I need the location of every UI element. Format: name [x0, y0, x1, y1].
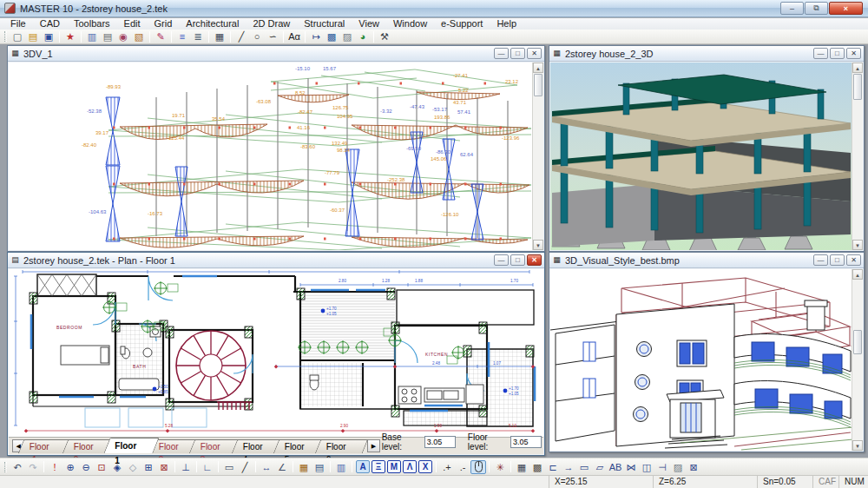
menu-edit[interactable]: Edit	[117, 18, 148, 30]
layer-a-button[interactable]: A	[356, 460, 370, 473]
app-titlebar[interactable]: MASTER 10 - 2storey house_2.tek – ⧉ ×	[0, 0, 868, 17]
undo-icon[interactable]: ↶	[10, 460, 25, 474]
match-icon[interactable]: ◫	[639, 460, 654, 474]
circle-icon[interactable]: ○	[249, 30, 265, 43]
cad-stamp-icon[interactable]: ★	[62, 30, 78, 43]
child-maximize-button[interactable]: □	[830, 254, 845, 266]
tab-floor-1[interactable]: Floor 1	[103, 438, 160, 453]
frame-x-icon[interactable]: ⊠	[686, 460, 701, 474]
open-icon[interactable]: ▤	[25, 30, 41, 43]
close-button[interactable]: ×	[829, 2, 863, 15]
scroll-thumb[interactable]	[853, 74, 862, 100]
window-3d-render-titlebar[interactable]: ▦ 2storey house_2_3D — □ ✕	[549, 46, 864, 62]
menu-2d-draw[interactable]: 2D Draw	[246, 18, 297, 30]
text-ab-icon[interactable]: AB	[608, 460, 623, 474]
line-tool-icon[interactable]: ╱	[237, 460, 253, 474]
child-maximize-button[interactable]: □	[830, 48, 845, 59]
zoom-out-icon[interactable]: ⊖	[78, 460, 94, 474]
child-maximize-button[interactable]: □	[510, 48, 525, 59]
node-move-icon[interactable]: ⊏	[545, 460, 561, 474]
child-minimize-button[interactable]: —	[813, 48, 828, 59]
window-plan[interactable]: ▤ 2storey house_2.tek - Plan - Floor 1 —…	[7, 252, 545, 456]
hatch-icon[interactable]: ▨	[339, 30, 355, 43]
window-3dv1-titlebar[interactable]: ▦ 3DV_1 — □ ✕	[8, 46, 544, 62]
base-level-input[interactable]	[424, 436, 456, 448]
dimension-icon[interactable]: ↦	[308, 30, 324, 43]
window-plan-titlebar[interactable]: ▤ 2storey house_2.tek - Plan - Floor 1 —…	[8, 253, 544, 268]
menu-toolbars[interactable]: Toolbars	[67, 18, 117, 30]
snap-perp-icon[interactable]: ⊥	[178, 460, 194, 474]
child-close-button[interactable]: ✕	[846, 254, 861, 266]
child-close-button[interactable]: ✕	[527, 254, 542, 266]
menu-architectural[interactable]: Architectural	[179, 18, 246, 30]
menu-cad[interactable]: CAD	[33, 18, 67, 30]
table-icon[interactable]: ▤	[312, 460, 327, 474]
zoom-previous-icon[interactable]: ⊠	[156, 460, 172, 474]
zoom-extents-icon[interactable]: ⊞	[141, 460, 156, 474]
toolbar-grip[interactable]	[4, 462, 7, 472]
scroll-up-button[interactable]: ▲	[852, 63, 863, 73]
visual-vscrollbar[interactable]: ▲ ▼	[852, 269, 863, 451]
save-icon[interactable]: ▣	[41, 30, 56, 43]
ortho-icon[interactable]: ∟	[200, 460, 215, 474]
layer-m-button[interactable]: M	[387, 460, 401, 473]
analysis-canvas[interactable]: -15.1015.67-27.4123.125.22-89.938.52-52.…	[9, 63, 543, 250]
join-icon[interactable]: ⋈	[623, 460, 639, 474]
analysis-vscrollbar[interactable]: ▲ ▼	[532, 63, 543, 250]
palette-icon[interactable]: ▧	[131, 30, 147, 43]
layer-xi-button[interactable]: Ξ	[372, 460, 385, 473]
plan-canvas[interactable]: BEDROOM BATH KITCHEN 2.801.881.281.702.4…	[9, 269, 543, 437]
menu-help[interactable]: Help	[490, 18, 523, 30]
floor-level-input[interactable]	[510, 436, 542, 448]
protractor-icon[interactable]: ∠	[274, 460, 290, 474]
status-num-indicator[interactable]: NUM	[838, 476, 868, 488]
minimize-button[interactable]: –	[780, 2, 804, 15]
child-close-button[interactable]: ✕	[527, 48, 542, 59]
scroll-up-button[interactable]: ▲	[533, 63, 543, 73]
menu-structural[interactable]: Structural	[297, 18, 352, 30]
scroll-up-button[interactable]: ▲	[852, 269, 863, 280]
list-struct-icon[interactable]: ≣	[190, 30, 206, 43]
menu-e-support[interactable]: e-Support	[434, 18, 490, 30]
layer-x-button[interactable]: X	[418, 460, 432, 473]
calc-icon[interactable]: ▦	[296, 460, 312, 474]
arc-icon[interactable]: ∽	[265, 30, 280, 43]
line-icon[interactable]: ╱	[233, 30, 249, 43]
child-minimize-button[interactable]: —	[494, 254, 509, 266]
window-visual-style[interactable]: ▦ 3D_Visual_Style_best.bmp — □ ✕	[549, 252, 865, 452]
point-plus-button[interactable]: .+	[439, 460, 455, 474]
window-visual-style-titlebar[interactable]: ▦ 3D_Visual_Style_best.bmp — □ ✕	[549, 253, 864, 268]
osnap-icon[interactable]: ▩	[529, 460, 545, 474]
toolbar-grip[interactable]	[4, 31, 7, 42]
scroll-down-button[interactable]: ▼	[533, 240, 543, 250]
text-icon[interactable]: Aα	[286, 30, 302, 43]
tab-floor-6[interactable]: Floor 6	[315, 439, 369, 453]
scroll-down-button[interactable]: ▼	[852, 440, 863, 451]
esupport-icon[interactable]: ◕	[355, 30, 371, 43]
menu-view[interactable]: View	[352, 18, 386, 30]
node-arrow-icon[interactable]: →	[561, 460, 576, 474]
grid-icon[interactable]: ▦	[212, 30, 227, 43]
snap-star-icon[interactable]: ✳	[492, 460, 508, 474]
tab-scroll-right-button[interactable]: ▶	[367, 439, 380, 452]
render3d-canvas[interactable]: ▲ ▼	[550, 63, 863, 250]
zoom-in-icon[interactable]: ⊕	[62, 460, 78, 474]
break-icon[interactable]: ⊣	[654, 460, 670, 474]
menu-window[interactable]: Window	[386, 18, 434, 30]
status-caps-indicator[interactable]: CAF	[812, 476, 838, 488]
tools-icon[interactable]: ⚒	[377, 30, 392, 43]
measure-icon[interactable]: ▭	[221, 460, 237, 474]
ble-blocks-icon[interactable]: ▩	[324, 30, 339, 43]
scroll-down-button[interactable]: ▼	[852, 240, 863, 250]
child-minimize-button[interactable]: —	[813, 254, 828, 266]
regen-icon[interactable]: !	[47, 460, 62, 474]
child-maximize-button[interactable]: □	[510, 254, 525, 266]
mouse-mode-button[interactable]	[470, 460, 486, 474]
redo-icon[interactable]: ↷	[25, 460, 41, 474]
menu-grid[interactable]: Grid	[148, 18, 180, 30]
window-3dv1[interactable]: ▦ 3DV_1 — □ ✕	[7, 45, 545, 252]
offset-icon[interactable]: ▭	[576, 460, 592, 474]
grid-snap-icon[interactable]: ▦	[514, 460, 529, 474]
window-3d-render[interactable]: ▦ 2storey house_2_3D — □ ✕	[549, 45, 865, 252]
child-close-button[interactable]: ✕	[846, 48, 861, 59]
